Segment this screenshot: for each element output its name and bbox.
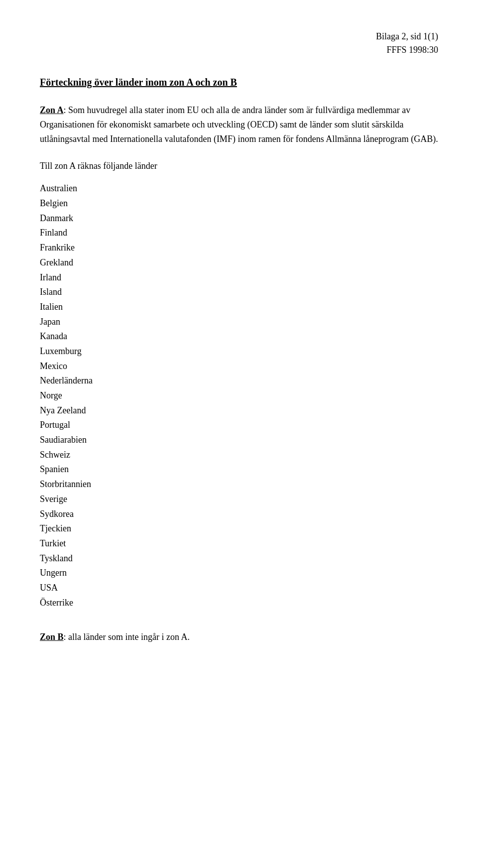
list-item: Saudiarabien xyxy=(40,433,438,448)
list-item: Storbritannien xyxy=(40,477,438,492)
list-item: Irland xyxy=(40,270,438,285)
list-item: Ungern xyxy=(40,566,438,581)
list-item: Turkiet xyxy=(40,536,438,551)
list-item: Danmark xyxy=(40,211,438,226)
header-line1: Bilaga 2, sid 1(1) xyxy=(40,30,438,43)
intro-text: : Som huvudregel alla stater inom EU och… xyxy=(40,105,438,144)
list-item: Tyskland xyxy=(40,551,438,566)
list-item: Sverige xyxy=(40,492,438,507)
list-item: Spanien xyxy=(40,462,438,477)
page: Bilaga 2, sid 1(1) FFFS 1998:30 Förteckn… xyxy=(0,0,478,868)
list-item: Australien xyxy=(40,181,438,196)
page-header: Bilaga 2, sid 1(1) FFFS 1998:30 xyxy=(40,30,438,57)
list-item: Mexico xyxy=(40,359,438,374)
footer-text: : alla länder som inte ingår i zon A. xyxy=(64,632,190,642)
list-item: Österrike xyxy=(40,596,438,611)
list-item: Nya Zeeland xyxy=(40,403,438,418)
page-title: Förteckning över länder inom zon A och z… xyxy=(40,77,438,88)
intro-paragraph: Zon A: Som huvudregel alla stater inom E… xyxy=(40,103,438,146)
list-item: Portugal xyxy=(40,418,438,433)
header-line2: FFFS 1998:30 xyxy=(40,43,438,57)
zon-a-label: Zon A xyxy=(40,105,64,115)
country-list: AustralienBelgienDanmarkFinlandFrankrike… xyxy=(40,181,438,610)
list-item: Frankrike xyxy=(40,241,438,255)
list-item: Norge xyxy=(40,388,438,403)
list-item: Italien xyxy=(40,300,438,315)
list-item: Tjeckien xyxy=(40,521,438,536)
list-item: Sydkorea xyxy=(40,507,438,522)
list-item: Luxemburg xyxy=(40,344,438,359)
list-item: Schweiz xyxy=(40,448,438,463)
list-item: Island xyxy=(40,285,438,300)
list-item: Grekland xyxy=(40,255,438,270)
section-intro: Till zon A räknas följande länder xyxy=(40,161,438,171)
list-item: Kanada xyxy=(40,329,438,344)
zon-b-label: Zon B xyxy=(40,632,64,642)
list-item: USA xyxy=(40,581,438,596)
list-item: Finland xyxy=(40,226,438,241)
list-item: Nederländerna xyxy=(40,373,438,388)
list-item: Japan xyxy=(40,315,438,330)
footer-paragraph: Zon B: alla länder som inte ingår i zon … xyxy=(40,630,438,644)
list-item: Belgien xyxy=(40,196,438,211)
